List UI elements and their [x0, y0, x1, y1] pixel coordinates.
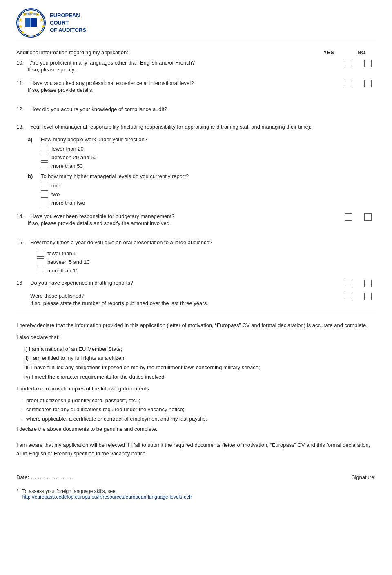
q12-number: 12.: [16, 106, 28, 112]
svg-marker-5: [39, 31, 43, 34]
q16-row2: Were these published? If so, please stat…: [16, 293, 376, 307]
q14-row: 14. Have you ever been responsible for b…: [16, 213, 376, 228]
declaration-para2-label: I also declare that:: [16, 333, 376, 342]
q15-opt1-label: fewer than 5: [47, 250, 77, 256]
q16-text-area2: Were these published? If so, please stat…: [16, 293, 318, 307]
q13b-opt2-row: two: [41, 190, 189, 198]
undertake-list: proof of citizenship (identity card, pas…: [20, 397, 376, 423]
q13a-opt1-label: fewer than 20: [51, 146, 84, 152]
section-header: Additional information regarding my appl…: [16, 49, 376, 56]
undertake-item-1: proof of citizenship (identity card, pas…: [20, 397, 376, 405]
q11-number: 11.: [16, 80, 28, 86]
q15-opt2-checkbox[interactable]: [37, 258, 44, 265]
decl-item-2: ii) I am entitled to my full rights as a…: [24, 354, 376, 363]
aware-text: I am aware that my application will be r…: [16, 441, 376, 458]
q15-number: 15.: [16, 239, 28, 245]
q14-text-area: 14. Have you ever been responsible for b…: [16, 213, 318, 228]
q16-subtext-main: Were these published? If so, please stat…: [16, 293, 310, 306]
q11-yes-checkbox[interactable]: [345, 80, 352, 87]
q14-main: 14. Have you ever been responsible for b…: [16, 213, 310, 219]
q11-text: Have you acquired any professional exper…: [30, 80, 194, 86]
q10-main: 10. Are you proficient in any languages …: [16, 60, 310, 66]
question-10: 10. Are you proficient in any languages …: [16, 60, 376, 74]
q15-opt1-row: fewer than 5: [37, 250, 376, 257]
signature-label: Signature:: [352, 474, 376, 480]
yes-no-header: YES NO: [318, 49, 376, 56]
q11-yn: [318, 80, 376, 87]
date-signature-row: Date:……………………. Signature:: [16, 474, 376, 480]
q16-yn2: [318, 293, 376, 300]
q15-opt1-checkbox[interactable]: [37, 250, 44, 257]
q16-text-area: 16 Do you have experience in drafting re…: [16, 280, 318, 287]
yes-column-label: YES: [318, 49, 339, 56]
q15-opt2-row: between 5 and 10: [37, 258, 376, 265]
decl-item-4: iv) I meet the character requirements fo…: [24, 373, 376, 381]
q16-pub-no-checkbox[interactable]: [364, 293, 372, 300]
q15-opt3-row: more than 10: [37, 267, 376, 274]
q15-opt3-label: more than 10: [47, 267, 79, 274]
q13b-opt1-checkbox[interactable]: [41, 182, 48, 189]
q10-number: 10.: [16, 60, 28, 66]
footnote-text: To assess your foreign language skills, …: [22, 488, 192, 494]
q16-yes-checkbox[interactable]: [345, 280, 352, 287]
q13a-opt2-label: between 20 and 50: [51, 154, 97, 160]
q15-opt3-checkbox[interactable]: [37, 267, 44, 274]
question-12: 12. How did you acquire your knowledge o…: [16, 106, 376, 112]
logo-svg: CURIA RATIONUM: [17, 9, 45, 37]
org-name: EUROPEAN COURT OF AUDITORS: [50, 12, 86, 34]
q13a-label: a): [28, 136, 37, 143]
q14-no-checkbox[interactable]: [364, 213, 372, 221]
q10-row: 10. Are you proficient in any languages …: [16, 60, 376, 74]
q11-main: 11. Have you acquired any professional e…: [16, 80, 310, 86]
decl-item-3: iii) I have fulfilled any obligations im…: [24, 363, 376, 372]
q10-yn: [318, 60, 376, 67]
date-label: Date:…………………….: [16, 474, 73, 480]
q13a-opt2-row: between 20 and 50: [41, 154, 147, 161]
q16-published-block: Were these published? If so, please stat…: [30, 293, 208, 306]
q14-yn: [318, 213, 376, 221]
q11-row: 11. Have you acquired any professional e…: [16, 80, 376, 95]
q16-subtext2: If so, please state the number of report…: [30, 300, 208, 306]
undertake-item-3: where applicable, a certificate or contr…: [20, 415, 376, 423]
q13a-opt1-row: fewer than 20: [41, 145, 147, 152]
q13-main: 13. Your level of managerial responsibil…: [16, 124, 376, 130]
q13b-question: To how many higher managerial levels do …: [41, 173, 189, 179]
q14-number: 14.: [16, 213, 28, 219]
q15-text: How many times a year do you give an ora…: [30, 239, 212, 245]
q13a-opt2-checkbox[interactable]: [41, 154, 48, 161]
q13b-label: b): [28, 173, 37, 179]
q10-no-checkbox[interactable]: [364, 60, 372, 67]
question-11: 11. Have you acquired any professional e…: [16, 80, 376, 95]
q13b-opt3-checkbox[interactable]: [41, 199, 48, 206]
question-13: 13. Your level of managerial responsibil…: [16, 124, 376, 207]
q13b-opt2-checkbox[interactable]: [41, 190, 48, 198]
q13a-block: a) How many people work under your direc…: [28, 136, 376, 171]
q10-yes-checkbox[interactable]: [345, 60, 352, 67]
question-16: 16 Do you have experience in drafting re…: [16, 280, 376, 307]
q13b-content: To how many higher managerial levels do …: [41, 173, 189, 207]
decl-item-1: i) I am a national of an EU Member State…: [24, 345, 376, 354]
q16-pub-yes-checkbox[interactable]: [345, 293, 352, 300]
q13b-opt2-label: two: [51, 191, 60, 197]
q15-opt2-label: between 5 and 10: [47, 259, 89, 265]
q13a-opt3-row: more than 50: [41, 162, 147, 169]
q16-subtext1: Were these published?: [30, 293, 208, 299]
q12-text: How did you acquire your knowledge of co…: [30, 106, 167, 112]
q13a-opt3-checkbox[interactable]: [41, 162, 48, 169]
q10-text: Are you proficient in any languages othe…: [30, 60, 195, 66]
q13a-content: How many people work under your directio…: [41, 136, 147, 171]
q15-main: 15. How many times a year do you give an…: [16, 239, 376, 245]
q16-number: 16: [16, 280, 28, 286]
declaration-para1: I hereby declare that the information pr…: [16, 321, 376, 330]
q13-number: 13.: [16, 124, 28, 130]
footnote-content: To assess your foreign language skills, …: [22, 488, 192, 500]
q16-no-checkbox[interactable]: [364, 280, 372, 287]
q13a-opt1-checkbox[interactable]: [41, 145, 48, 152]
q14-yes-checkbox[interactable]: [345, 213, 352, 221]
q14-text: Have you ever been responsible for budge…: [30, 213, 174, 219]
footnote: * To assess your foreign language skills…: [16, 488, 376, 500]
q13-text: Your level of managerial responsibility …: [30, 124, 312, 130]
section-divider: [16, 313, 376, 313]
footnote-url: http://europass.cedefop.europa.eu/fr/res…: [22, 494, 192, 500]
q11-no-checkbox[interactable]: [364, 80, 372, 87]
